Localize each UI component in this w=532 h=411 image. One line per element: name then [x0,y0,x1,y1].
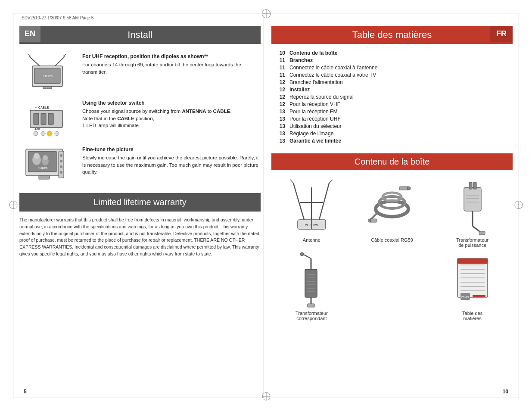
toc-row-label: Branchez l'alimentation [289,79,513,85]
toc-title: Table des matières [352,29,432,40]
product-transfo-pwr: Transformateurde puissance [434,179,510,248]
table-label: Table desmatières [462,311,482,321]
svg-point-33 [34,153,40,159]
install-item-selector: ← CABLE ANT → Using the selector switch … [19,98,261,137]
transfo-pwr-label: Transformateurde puissance [456,237,488,248]
toc-row: 12Pour la réception VHF [276,101,513,107]
transfo-pwr-image [434,179,510,235]
toc-row-num: 12 [276,94,285,100]
svg-point-78 [300,252,304,256]
install-item-uhf: PHILIPS For UHF reception, position the … [19,52,261,90]
uhf-text: For UHF reception, position the dipoles … [82,52,261,75]
product-cable: Câble coaxial RG59 [354,179,430,248]
svg-rect-69 [305,269,317,297]
toc-row-label: Pour la réception FM [289,109,513,115]
svg-text:PHILIPS: PHILIPS [461,296,470,298]
svg-rect-24 [41,113,46,125]
uhf-body: For channels 14 through 69, rotate and/o… [82,61,261,75]
toc-row: 13Pour la réception FM [276,109,513,115]
antenne-image: PHILIPS [274,179,350,235]
svg-rect-41 [39,176,50,179]
toc-row-num: 13 [276,116,285,122]
antenne-label: Antenne [303,237,320,243]
crosshair-left-icon [9,200,18,211]
contenu-header: Contenu de la boîte [271,153,513,170]
svg-point-39 [60,165,62,168]
svg-point-35 [43,155,48,160]
center-divider [264,13,264,398]
install-header: EN Install [19,26,261,44]
warranty-header: Limited lifetime warranty [19,193,261,212]
svg-point-38 [60,160,62,162]
svg-rect-14 [43,87,52,89]
svg-rect-60 [464,187,481,211]
uhf-heading: For UHF reception, position the dipoles … [82,53,261,59]
transfo-cor-label: Transformateurcorrespondant [296,311,328,321]
svg-point-29 [55,131,59,136]
toc-row-num: 13 [276,138,285,144]
svg-line-18 [63,54,66,56]
toc-row-label: Pour la réception VHF [289,101,513,107]
toc-row-label: Connectez le câble coaxial à l'antenne [289,65,513,71]
uhf-image: PHILIPS [19,52,75,90]
svg-rect-62 [473,182,476,189]
toc-row-label: Réglage de l'image [289,131,513,137]
table-image: PHILIPS [434,252,510,308]
svg-text:PHILIPS: PHILIPS [37,167,47,169]
toc-row-label: Pour la réception UHF [289,116,513,122]
finetune-heading: Fine-tune the picture [82,146,261,153]
svg-point-56 [407,187,411,190]
finetune-image: PHILIPS [19,145,75,184]
svg-rect-92 [457,258,488,264]
selector-body: Choose your signal source by switching f… [82,108,261,129]
toc-row-num: 12 [276,79,285,85]
toc-row-num: 12 [276,87,285,93]
svg-point-59 [368,219,371,222]
toc-row-label: Contenu de la boîte [289,50,513,56]
toc-row-num: 10 [276,50,285,56]
cable-label: Câble coaxial RG59 [371,237,413,243]
toc-row: 13Réglage de l'image [276,131,513,137]
toc-row-num: 13 [276,131,285,137]
selector-heading: Using the selector switch [82,100,261,106]
toc-header: Table des matières FR [271,26,513,44]
svg-rect-65 [479,231,485,235]
selector-image: ← CABLE ANT → [19,98,75,137]
toc-row-label: Installez [289,87,513,93]
toc-row: 10Contenu de la boîte [276,50,513,56]
finetune-body: Slowly increase the gain until you achie… [82,154,261,176]
toc-row: 12Branchez l'alimentation [276,79,513,85]
toc-row-label: Garantie à vie limitée [289,138,513,144]
toc-row-num: 13 [276,123,285,129]
toc-row: 13Pour la réception UHF [276,116,513,122]
svg-point-27 [41,131,45,136]
svg-text:PHILIPS: PHILIPS [42,75,53,78]
toc-row-label: Branchez [289,57,513,63]
toc-row: 11Connectez le câble coaxial à l'antenne [276,65,513,71]
svg-rect-23 [34,113,39,125]
svg-point-26 [34,131,38,136]
toc-row: 11Connectez le câble coaxial à votre TV [276,72,513,78]
crosshair-bottom-icon [261,392,271,402]
crosshair-top-icon [261,9,271,20]
page-number-left: 5 [24,389,27,395]
cable-image [354,179,430,235]
svg-line-45 [293,183,304,220]
toc-row: 13Garantie à vie limitée [276,138,513,144]
toc-row: 11Branchez [276,57,513,63]
toc-row: 13Utilisation du sélecteur [276,123,513,129]
header-meta: SDV2510-27 1/30/07 9:58 AM Page 5 [22,16,93,20]
left-panel: EN Install [19,26,261,389]
toc-row-label: Repérez la source du signal [289,94,513,100]
toc-row-num: 13 [276,109,285,115]
svg-text:ANT →: ANT → [34,128,44,131]
product-antenne: PHILIPS Antenne [274,179,350,248]
svg-point-28 [47,131,52,136]
install-item-finetune: PHILIPS Fine-tune the picture Slowly inc… [19,145,261,184]
toc-row-num: 11 [276,72,285,78]
transfo-cor-image [274,252,350,308]
toc-row: 12Repérez la source du signal [276,94,513,100]
svg-point-40 [60,171,62,174]
svg-rect-61 [469,182,472,189]
page-number-right: 10 [503,389,508,395]
